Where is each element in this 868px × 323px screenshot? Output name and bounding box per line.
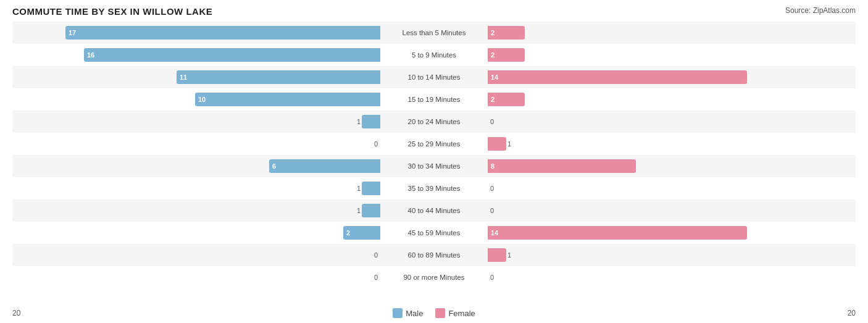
male-bar: 10 <box>195 93 380 106</box>
bar-row: 120 to 24 Minutes0 <box>12 111 856 133</box>
right-section: 1 <box>485 244 856 266</box>
right-section: 0 <box>485 199 856 222</box>
female-bar <box>488 137 506 151</box>
chart-container: COMMUTE TIME BY SEX IN WILLOW LAKE Sourc… <box>0 0 868 323</box>
male-bar <box>362 182 380 195</box>
left-section: 16 <box>12 44 383 66</box>
bar-row: 1015 to 19 Minutes2 <box>12 88 856 111</box>
female-swatch <box>435 308 445 318</box>
bar-label: 15 to 19 Minutes <box>383 96 485 103</box>
chart-title: COMMUTE TIME BY SEX IN WILLOW LAKE <box>12 6 212 17</box>
male-value: 17 <box>65 29 79 36</box>
female-value: 2 <box>488 29 498 36</box>
bar-label: 35 to 39 Minutes <box>383 185 485 192</box>
bar-label: 30 to 34 Minutes <box>383 162 485 170</box>
bar-row: 17Less than 5 Minutes2 <box>12 22 856 44</box>
right-section: 2 <box>485 88 856 111</box>
bar-row: 245 to 59 Minutes14 <box>12 222 856 244</box>
bar-label: 45 to 59 Minutes <box>383 229 485 237</box>
male-label: Male <box>406 309 423 318</box>
female-value-outside: 1 <box>507 140 511 148</box>
bar-row: 135 to 39 Minutes0 <box>12 177 856 199</box>
male-bar: 11 <box>177 70 380 84</box>
male-bar: 16 <box>84 48 380 62</box>
right-section: 8 <box>485 155 856 177</box>
title-row: COMMUTE TIME BY SEX IN WILLOW LAKE Sourc… <box>12 6 856 17</box>
left-section: 0 <box>12 244 383 266</box>
bar-row: 1110 to 14 Minutes14 <box>12 66 856 88</box>
left-section: 17 <box>12 22 383 44</box>
male-zero-value: 0 <box>374 274 378 281</box>
bar-row: 090 or more Minutes0 <box>12 266 856 288</box>
female-zero-value: 0 <box>490 118 494 125</box>
male-bar: 6 <box>269 159 380 173</box>
source-text: Source: ZipAtlas.com <box>785 6 856 15</box>
axis-left: 20 <box>12 309 20 317</box>
right-section: 14 <box>485 66 856 88</box>
right-section: 0 <box>485 177 856 199</box>
bar-label: 40 to 44 Minutes <box>383 207 485 214</box>
bar-label: 20 to 24 Minutes <box>383 118 485 125</box>
left-section: 1 <box>12 111 383 133</box>
male-value-outside: 1 <box>357 118 361 125</box>
right-section: 1 <box>485 133 856 155</box>
right-section: 2 <box>485 44 856 66</box>
bar-label: Less than 5 Minutes <box>383 29 485 36</box>
female-label: Female <box>448 309 475 318</box>
bottom-section: 20 Male Female 20 <box>12 308 856 318</box>
right-section: 2 <box>485 22 856 44</box>
female-zero-value: 0 <box>490 185 494 192</box>
bar-row: 060 to 89 Minutes1 <box>12 244 856 266</box>
left-section: 1 <box>12 177 383 199</box>
female-bar: 14 <box>488 70 747 84</box>
bar-label: 10 to 14 Minutes <box>383 73 485 81</box>
female-bar: 2 <box>488 26 525 40</box>
male-zero-value: 0 <box>374 140 378 148</box>
male-value: 6 <box>269 162 279 170</box>
bar-row: 165 to 9 Minutes2 <box>12 44 856 66</box>
female-bar: 2 <box>488 93 525 106</box>
left-section: 10 <box>12 88 383 111</box>
legend-female: Female <box>435 308 475 318</box>
male-bar <box>362 204 380 217</box>
bar-label: 5 to 9 Minutes <box>383 51 485 59</box>
male-value-outside: 1 <box>357 207 361 214</box>
female-zero-value: 0 <box>490 274 494 281</box>
male-value: 10 <box>195 96 209 103</box>
left-section: 2 <box>12 222 383 244</box>
male-value: 16 <box>84 51 98 59</box>
right-section: 14 <box>485 222 856 244</box>
female-value: 2 <box>488 51 498 59</box>
female-bar: 8 <box>488 159 636 173</box>
bars-area: 17Less than 5 Minutes2165 to 9 Minutes21… <box>12 22 856 288</box>
female-value: 8 <box>488 162 498 170</box>
male-swatch <box>393 308 403 318</box>
right-section: 0 <box>485 111 856 133</box>
female-bar: 14 <box>488 226 747 240</box>
bar-row: 630 to 34 Minutes8 <box>12 155 856 177</box>
bar-label: 90 or more Minutes <box>383 274 485 281</box>
legend: Male Female <box>393 308 475 318</box>
male-bar <box>362 115 380 128</box>
male-value: 11 <box>177 73 190 81</box>
left-section: 11 <box>12 66 383 88</box>
left-section: 6 <box>12 155 383 177</box>
female-value: 14 <box>488 73 501 81</box>
female-zero-value: 0 <box>490 207 494 214</box>
right-section: 0 <box>485 266 856 288</box>
female-value-outside: 1 <box>507 251 511 259</box>
male-bar: 2 <box>343 226 380 240</box>
male-zero-value: 0 <box>374 251 378 259</box>
axis-right: 20 <box>848 309 856 317</box>
male-value: 2 <box>343 229 353 237</box>
male-value-outside: 1 <box>357 185 361 192</box>
left-section: 1 <box>12 199 383 222</box>
female-bar <box>488 248 506 262</box>
bar-row: 025 to 29 Minutes1 <box>12 133 856 155</box>
left-section: 0 <box>12 133 383 155</box>
female-value: 14 <box>488 229 501 237</box>
female-bar: 2 <box>488 48 525 62</box>
bar-row: 140 to 44 Minutes0 <box>12 199 856 222</box>
legend-male: Male <box>393 308 423 318</box>
left-section: 0 <box>12 266 383 288</box>
